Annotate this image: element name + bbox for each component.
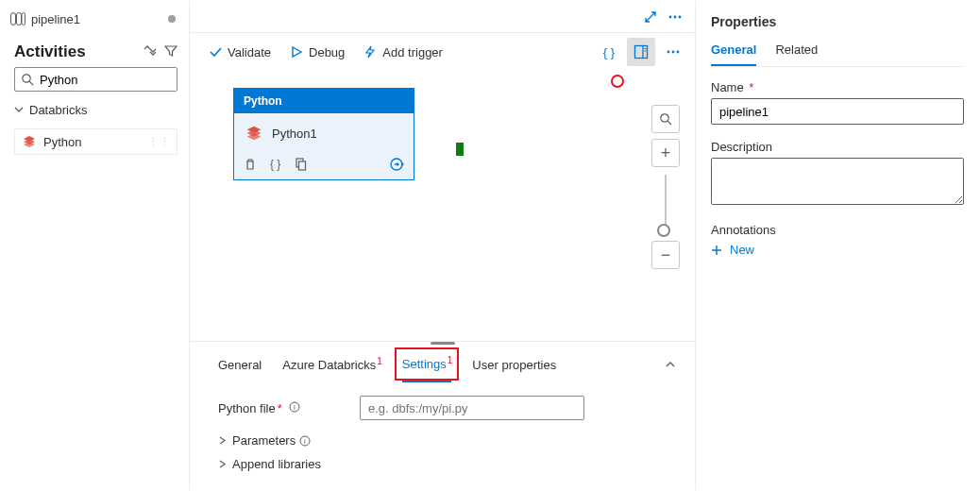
annotations-label: Annotations [711, 223, 964, 237]
tab-badge: 1 [448, 355, 453, 365]
info-icon[interactable]: i [299, 435, 311, 447]
prop-tab-related[interactable]: Related [775, 42, 818, 66]
svg-text:i: i [295, 403, 296, 412]
tab-settings-label: Settings [402, 357, 447, 371]
debug-button[interactable]: Debug [290, 45, 345, 59]
svg-point-18 [661, 114, 668, 122]
python-file-input[interactable] [360, 396, 584, 420]
code-icon[interactable]: { } [270, 158, 280, 171]
svg-line-4 [29, 81, 33, 85]
bottom-panel: General Azure Databricks1 Settings1 User… [190, 341, 695, 490]
pipeline-icon [10, 12, 25, 25]
svg-rect-2 [22, 13, 25, 25]
parameters-expander[interactable]: Parameters i [218, 433, 676, 448]
new-annotation-button[interactable]: New [711, 243, 964, 257]
pipeline-canvas[interactable]: Python Python1 { } [190, 71, 695, 341]
unsaved-dot-icon [168, 15, 176, 23]
search-box[interactable] [14, 67, 177, 92]
properties-toggle-button[interactable] [627, 38, 655, 66]
activities-title: Activities [14, 42, 86, 61]
tab-azure-databricks[interactable]: Azure Databricks1 [282, 350, 381, 381]
activity-item-label: Python [43, 135, 81, 149]
settings-form: Python file* i Parameters i [190, 382, 695, 490]
search-input[interactable] [34, 72, 200, 88]
expand-editor-icon[interactable] [638, 5, 663, 29]
properties-panel: Properties General Related Name * Descri… [696, 1, 979, 490]
search-icon [21, 73, 34, 86]
chevron-down-icon [14, 105, 24, 116]
editor-top-icons [190, 1, 695, 33]
node-type-label: Python [234, 89, 414, 113]
properties-tabs: General Related [711, 42, 964, 67]
svg-point-5 [669, 15, 672, 18]
prop-tab-general[interactable]: General [711, 42, 756, 66]
append-libraries-expander[interactable]: Append libraries [218, 457, 676, 471]
left-panel: pipeline1 Activities Databricks [1, 1, 190, 490]
search-wrap [1, 67, 189, 99]
collapse-panel-icon[interactable] [665, 359, 676, 373]
toolbar-right: { } [595, 38, 695, 66]
run-next-icon[interactable] [389, 157, 404, 172]
properties-title: Properties [711, 14, 964, 29]
zoom-slider[interactable] [665, 175, 667, 233]
chevron-right-icon [218, 435, 227, 447]
tab-badge: 1 [377, 356, 382, 366]
plus-icon [711, 245, 722, 256]
collapse-activities-icon[interactable] [144, 45, 157, 59]
svg-point-12 [667, 51, 670, 54]
svg-point-3 [23, 75, 30, 82]
svg-rect-16 [299, 161, 306, 170]
debug-label: Debug [309, 45, 345, 59]
info-icon[interactable]: i [289, 401, 300, 413]
new-label: New [730, 243, 754, 257]
pipeline-tab-title: pipeline1 [31, 12, 80, 26]
svg-point-14 [677, 51, 680, 54]
tab-general[interactable]: General [218, 350, 262, 381]
python-file-label: Python file* i [218, 401, 360, 415]
pipeline-tab[interactable]: pipeline1 [1, 1, 189, 33]
chevron-right-icon [218, 459, 227, 470]
success-connector[interactable] [456, 143, 464, 156]
validate-button[interactable]: Validate [209, 45, 271, 59]
bottom-tabs: General Azure Databricks1 Settings1 User… [190, 347, 695, 382]
svg-point-13 [672, 51, 675, 54]
more-editor-icon[interactable] [663, 5, 687, 29]
description-label: Description [711, 140, 964, 154]
svg-point-6 [674, 15, 677, 18]
filter-icon[interactable] [164, 44, 177, 60]
parameters-label: Parameters [232, 433, 296, 448]
fit-zoom-button[interactable] [651, 105, 680, 133]
node-name: Python1 [272, 127, 317, 141]
node-python[interactable]: Python Python1 { } [233, 88, 414, 180]
name-input[interactable] [711, 98, 964, 125]
group-label: Databricks [29, 103, 87, 117]
databricks-icon [21, 133, 38, 150]
activities-header: Activities [1, 33, 189, 67]
name-label: Name * [711, 80, 964, 94]
add-trigger-button[interactable]: Add trigger [363, 45, 443, 59]
canvas-toolbar: Validate Debug Add trigger { } [190, 33, 695, 71]
tab-azure-databricks-label: Azure Databricks [282, 358, 376, 372]
canvas-zoom-controls: + − [651, 105, 680, 269]
description-input[interactable] [711, 158, 964, 205]
add-trigger-label: Add trigger [382, 45, 443, 59]
svg-point-7 [679, 15, 682, 18]
tab-settings[interactable]: Settings1 [402, 349, 452, 382]
json-view-button[interactable]: { } [595, 38, 623, 66]
more-toolbar-icon[interactable] [659, 38, 687, 66]
delete-icon[interactable] [244, 158, 257, 171]
zoom-in-button[interactable]: + [651, 139, 680, 167]
group-databricks[interactable]: Databricks [1, 99, 189, 121]
svg-rect-1 [17, 13, 22, 25]
activity-item-python[interactable]: Python ⋮⋮ [14, 128, 177, 155]
zoom-out-button[interactable]: − [651, 241, 680, 269]
databricks-icon [244, 123, 264, 144]
copy-icon[interactable] [294, 158, 307, 171]
zoom-thumb[interactable] [657, 224, 670, 237]
tab-user-properties[interactable]: User properties [472, 350, 556, 381]
drag-grip-icon: ⋮⋮ [148, 136, 171, 148]
svg-rect-8 [635, 46, 648, 59]
app-root: pipeline1 Activities Databricks [0, 0, 980, 491]
svg-line-19 [667, 121, 671, 125]
append-libraries-label: Append libraries [232, 457, 321, 471]
